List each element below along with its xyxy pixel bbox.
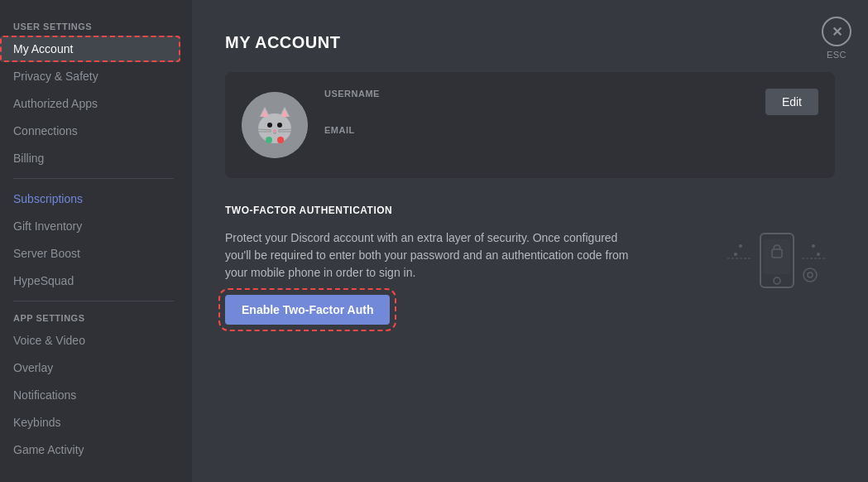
page-title: MY ACCOUNT bbox=[225, 33, 835, 52]
sidebar-item-label: Subscriptions bbox=[13, 192, 83, 205]
sidebar: USER SETTINGS My Account Privacy & Safet… bbox=[0, 0, 192, 482]
avatar-image bbox=[242, 92, 308, 158]
phone-illustration bbox=[719, 229, 835, 296]
svg-point-20 bbox=[739, 244, 742, 248]
svg-point-23 bbox=[803, 268, 817, 282]
sidebar-item-subscriptions[interactable]: Subscriptions bbox=[0, 186, 180, 212]
phone-icon bbox=[719, 229, 835, 296]
tfa-section: TWO-FACTOR AUTHENTICATION Protect your D… bbox=[225, 205, 835, 325]
sidebar-item-game-activity[interactable]: Game Activity bbox=[0, 436, 180, 463]
sidebar-item-label: Notifications bbox=[13, 388, 76, 402]
sidebar-item-overlay[interactable]: Overlay bbox=[0, 354, 180, 381]
sidebar-item-authorized-apps[interactable]: Authorized Apps bbox=[0, 90, 180, 117]
svg-point-6 bbox=[267, 123, 272, 128]
close-icon: ✕ bbox=[822, 17, 851, 46]
sidebar-item-label: Privacy & Safety bbox=[13, 70, 98, 83]
sidebar-divider-1 bbox=[13, 178, 174, 179]
svg-point-19 bbox=[734, 253, 737, 256]
sidebar-item-billing[interactable]: Billing bbox=[0, 145, 180, 171]
edit-button[interactable]: Edit bbox=[765, 89, 818, 115]
svg-point-14 bbox=[277, 137, 284, 143]
svg-point-22 bbox=[812, 244, 815, 248]
sidebar-item-notifications[interactable]: Notifications bbox=[0, 382, 180, 408]
sidebar-item-label: Game Activity bbox=[13, 443, 84, 456]
sidebar-divider-2 bbox=[13, 301, 174, 301]
tfa-title: TWO-FACTOR AUTHENTICATION bbox=[225, 205, 835, 216]
sidebar-item-connections[interactable]: Connections bbox=[0, 118, 180, 144]
account-info: USERNAME EMAIL bbox=[324, 89, 765, 161]
sidebar-item-label: Server Boost bbox=[13, 247, 80, 260]
sidebar-item-server-boost[interactable]: Server Boost bbox=[0, 240, 180, 267]
svg-point-13 bbox=[266, 137, 272, 143]
sidebar-item-voice-video[interactable]: Voice & Video bbox=[0, 327, 180, 354]
sidebar-item-keybinds[interactable]: Keybinds bbox=[0, 409, 180, 436]
username-value bbox=[324, 100, 765, 115]
sidebar-item-label: Overlay bbox=[13, 361, 53, 374]
enable-tfa-button[interactable]: Enable Two-Factor Auth bbox=[225, 295, 390, 325]
app-settings-section-label: APP SETTINGS bbox=[0, 308, 187, 326]
sidebar-item-gift-inventory[interactable]: Gift Inventory bbox=[0, 213, 180, 239]
main-content: ✕ ESC MY ACCOUNT bbox=[192, 0, 868, 482]
tfa-text: Protect your Discord account with an ext… bbox=[225, 229, 639, 325]
email-value bbox=[324, 137, 765, 152]
sidebar-item-label: Billing bbox=[13, 152, 44, 165]
esc-button[interactable]: ✕ ESC bbox=[822, 17, 851, 60]
email-label: EMAIL bbox=[324, 125, 765, 135]
svg-point-21 bbox=[817, 253, 820, 256]
svg-point-7 bbox=[277, 123, 282, 128]
username-label: USERNAME bbox=[324, 89, 765, 99]
sidebar-item-label: Keybinds bbox=[13, 416, 61, 429]
svg-point-8 bbox=[273, 130, 276, 133]
svg-point-17 bbox=[774, 277, 780, 284]
svg-point-24 bbox=[808, 272, 813, 277]
user-settings-section-label: USER SETTINGS bbox=[0, 17, 187, 35]
tfa-content: Protect your Discord account with an ext… bbox=[225, 229, 835, 325]
svg-point-1 bbox=[258, 113, 291, 143]
tfa-description: Protect your Discord account with an ext… bbox=[225, 229, 639, 282]
sidebar-item-label: HypeSquad bbox=[13, 274, 74, 287]
avatar bbox=[242, 92, 308, 158]
account-card: USERNAME EMAIL Edit bbox=[225, 72, 835, 178]
esc-label: ESC bbox=[827, 50, 846, 60]
sidebar-item-label: Gift Inventory bbox=[13, 219, 82, 233]
sidebar-item-label: My Account bbox=[13, 42, 73, 55]
sidebar-item-label: Voice & Video bbox=[13, 334, 85, 347]
sidebar-item-label: Connections bbox=[13, 124, 78, 137]
sidebar-item-my-account[interactable]: My Account bbox=[0, 36, 180, 62]
sidebar-item-hypesquad[interactable]: HypeSquad bbox=[0, 268, 180, 294]
sidebar-item-label: Authorized Apps bbox=[13, 97, 98, 110]
sidebar-item-privacy-safety[interactable]: Privacy & Safety bbox=[0, 63, 180, 89]
